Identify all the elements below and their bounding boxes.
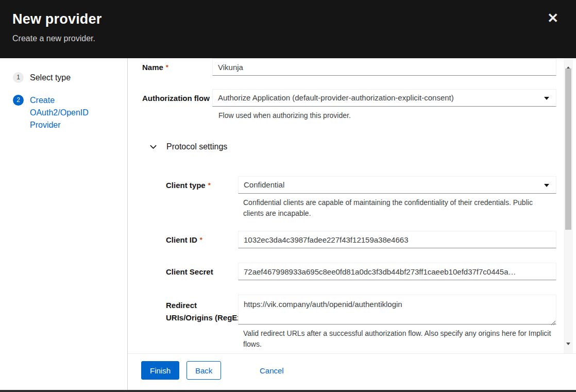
scrollbar-thumb[interactable]: [565, 69, 571, 230]
page-title: New provider: [12, 11, 564, 27]
triangle-up-icon: [566, 59, 570, 69]
client-type-help: Confidential clients are capable of main…: [243, 197, 552, 219]
authorization-flow-select[interactable]: Authorize Application (default-provider-…: [212, 89, 556, 107]
authorization-flow-value: Authorize Application (default-provider-…: [218, 93, 454, 102]
redirect-uris-label: Redirect URIs/Origins (RegEx): [166, 299, 244, 324]
required-asterisk: *: [166, 63, 168, 71]
client-type-label: Client type*: [166, 181, 211, 190]
redirect-uris-help: Valid redirect URLs after a successful a…: [243, 328, 552, 350]
chevron-down-icon: [149, 143, 157, 151]
required-asterisk: *: [200, 236, 202, 244]
scroll-down-arrow[interactable]: [564, 345, 573, 353]
finish-button[interactable]: Finish: [141, 361, 179, 380]
authorization-flow-label: Authorization flow*: [142, 94, 215, 103]
client-secret-label: Client Secret: [166, 267, 213, 276]
page-subtitle: Create a new provider.: [12, 34, 564, 43]
modal-header: New provider Create a new provider. ✕: [0, 0, 576, 58]
triangle-down-icon: [566, 343, 570, 353]
page-backdrop: [0, 390, 576, 392]
protocol-settings-title: Protocol settings: [166, 142, 227, 151]
required-asterisk: *: [208, 181, 211, 189]
client-type-value: Confidential: [244, 180, 284, 189]
step-number-badge: 1: [13, 72, 24, 83]
wizard-step-select-type[interactable]: 1 Select type: [0, 72, 127, 84]
new-provider-wizard-modal: New provider Create a new provider. ✕ 1 …: [0, 0, 576, 392]
scrollbar-track[interactable]: [564, 58, 573, 353]
protocol-settings-toggle[interactable]: Protocol settings: [149, 142, 227, 151]
client-id-label: Client ID*: [166, 235, 202, 245]
wizard-step-create-provider[interactable]: 2 Create OAuth2/OpenID Provider: [0, 94, 127, 131]
step-number-badge: 2: [13, 95, 24, 106]
wizard-nav: 1 Select type 2 Create OAuth2/OpenID Pro…: [0, 58, 128, 390]
wizard-footer: Finish Back Cancel: [128, 353, 576, 390]
scroll-up-arrow[interactable]: [564, 58, 573, 67]
wizard-form: Name* Authorization flow* Authorize Appl…: [128, 58, 576, 353]
client-type-select[interactable]: Confidential: [238, 176, 556, 194]
redirect-uris-textarea[interactable]: https://vik.company/auth/openid/authenti…: [238, 295, 556, 325]
chevron-down-icon: [544, 97, 549, 100]
back-button[interactable]: Back: [187, 361, 221, 380]
close-icon[interactable]: ✕: [547, 11, 558, 25]
authorization-flow-help: Flow used when authorizing this provider…: [218, 110, 558, 121]
chevron-down-icon: [544, 184, 549, 187]
client-secret-input[interactable]: [238, 263, 556, 280]
step-label: Create OAuth2/OpenID Provider: [30, 94, 97, 131]
step-label: Select type: [30, 72, 71, 84]
cancel-button[interactable]: Cancel: [251, 361, 292, 380]
name-label: Name*: [142, 63, 168, 72]
client-id-input[interactable]: [238, 231, 556, 248]
name-input[interactable]: [212, 58, 556, 76]
